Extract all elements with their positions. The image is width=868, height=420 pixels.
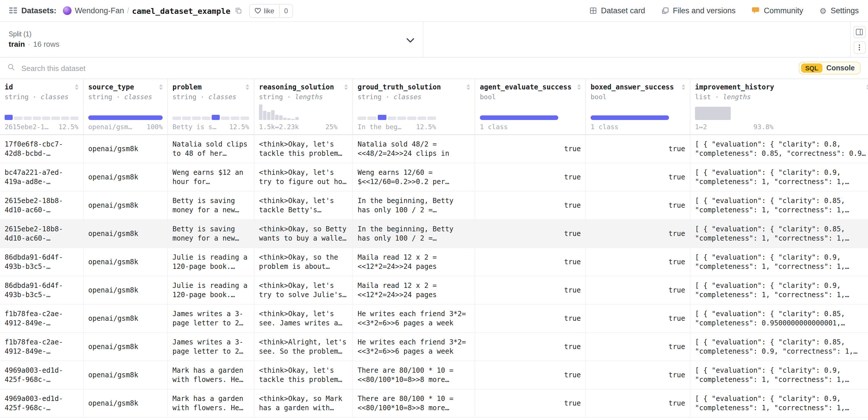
cell-problem[interactable]: Mark has a garden with flowers. He… xyxy=(168,361,254,389)
sort-icon[interactable] xyxy=(75,84,79,90)
table-row[interactable]: 4969a003-ed1d-425f-968c-…openai/gsm8kMar… xyxy=(0,389,868,418)
dataset-title[interactable]: camel_dataset_example xyxy=(132,6,230,15)
column-histogram[interactable] xyxy=(695,107,773,120)
cell-source_type[interactable]: openai/gsm8k xyxy=(84,276,168,304)
cell-id[interactable]: 17f0e6f8-cbc7-42d8-bcbd-… xyxy=(0,135,84,163)
cell-boxed_answer_success[interactable]: true xyxy=(586,135,690,163)
cell-groud_truth_solution[interactable]: Weng earns 12/60 = $<<12/60=0.2>>0.2 per… xyxy=(353,163,475,191)
cell-agent_evaluate_success[interactable]: true xyxy=(475,305,586,332)
cell-groud_truth_solution[interactable]: There are 80/100 * 10 = <<80/100*10=8>>8… xyxy=(353,361,475,389)
kebab-menu-button[interactable]: ⋮ xyxy=(853,41,865,53)
cell-agent_evaluate_success[interactable]: true xyxy=(475,276,586,304)
cell-improvement_history[interactable]: [ { "evaluation": { "clarity": 0.9, "com… xyxy=(690,248,868,276)
cell-improvement_history[interactable]: [ { "evaluation": { "clarity": 0.85, "co… xyxy=(690,305,868,332)
column-histogram[interactable] xyxy=(259,104,337,120)
cell-agent_evaluate_success[interactable]: true xyxy=(475,361,586,389)
cell-id[interactable]: 4969a003-ed1d-425f-968c-… xyxy=(0,389,84,417)
split-selector[interactable]: Split (1) train·16 rows xyxy=(0,22,423,57)
table-row[interactable]: f1b78fea-c2ae-4912-849e-…openai/gsm8kJam… xyxy=(0,333,868,361)
cell-source_type[interactable]: openai/gsm8k xyxy=(84,361,168,389)
column-histogram[interactable] xyxy=(480,115,558,120)
column-header-problem[interactable]: problemstring · classesBetty is s…12.5% xyxy=(168,79,254,134)
cell-agent_evaluate_success[interactable]: true xyxy=(475,163,586,191)
cell-improvement_history[interactable]: [ { "evaluation": { "clarity": 0.9, "com… xyxy=(690,389,868,417)
cell-groud_truth_solution[interactable]: Natalia sold 48/2 = <<48/2=24>>24 clips … xyxy=(353,135,475,163)
like-count[interactable]: 0 xyxy=(279,4,292,17)
cell-problem[interactable]: Natalia sold clips to 48 of her… xyxy=(168,135,254,163)
search-input[interactable] xyxy=(20,63,794,73)
cell-groud_truth_solution[interactable]: There are 80/100 * 10 = <<80/100*10=8>>8… xyxy=(353,389,475,417)
column-histogram[interactable] xyxy=(591,115,669,120)
table-row[interactable]: 86dbda91-6d4f-493b-b3c5-…openai/gsm8kJul… xyxy=(0,248,868,276)
cell-id[interactable]: 2615ebe2-18b8-4d10-ac60-… xyxy=(0,191,84,219)
table-row[interactable]: bc47a221-a7ed-419a-ad8e-…openai/gsm8kWen… xyxy=(0,163,868,191)
cell-source_type[interactable]: openai/gsm8k xyxy=(84,305,168,332)
cell-id[interactable]: 2615ebe2-18b8-4d10-ac60-… xyxy=(0,220,84,247)
cell-id[interactable]: f1b78fea-c2ae-4912-849e-… xyxy=(0,333,84,361)
cell-source_type[interactable]: openai/gsm8k xyxy=(84,389,168,417)
cell-reasoning_solution[interactable]: <think>Okay, so Mark has a garden with… xyxy=(254,389,353,417)
cell-problem[interactable]: James writes a 3-page letter to 2… xyxy=(168,333,254,361)
nav-item-files-and-versions[interactable]: Files and versions xyxy=(661,6,736,15)
sort-icon[interactable] xyxy=(866,84,868,90)
cell-boxed_answer_success[interactable]: true xyxy=(586,333,690,361)
column-histogram[interactable] xyxy=(173,115,249,120)
cell-id[interactable]: bc47a221-a7ed-419a-ad8e-… xyxy=(0,163,84,191)
cell-problem[interactable]: Betty is saving money for a new… xyxy=(168,220,254,247)
cell-reasoning_solution[interactable]: <think>Okay, let's tackle this problem… xyxy=(254,135,353,163)
cell-improvement_history[interactable]: [ { "evaluation": { "clarity": 0.85, "co… xyxy=(690,191,868,219)
owner-link[interactable]: Wendong-Fan xyxy=(75,6,124,15)
table-row[interactable]: 4969a003-ed1d-425f-968c-…openai/gsm8kMar… xyxy=(0,361,868,389)
cell-improvement_history[interactable]: [ { "evaluation": { "clarity": 0.9, "com… xyxy=(690,361,868,389)
cell-problem[interactable]: James writes a 3-page letter to 2… xyxy=(168,305,254,332)
cell-groud_truth_solution[interactable]: In the beginning, Betty has only 100 / 2… xyxy=(353,191,475,219)
nav-item-community[interactable]: Community xyxy=(752,6,803,15)
column-histogram[interactable] xyxy=(5,115,79,120)
cell-reasoning_solution[interactable]: <think>Okay, so the problem is about… xyxy=(254,248,353,276)
column-header-agent_evaluate_success[interactable]: agent_evaluate_successbool1 class xyxy=(475,79,586,134)
cell-boxed_answer_success[interactable]: true xyxy=(586,276,690,304)
like-button[interactable]: like 0 xyxy=(249,4,293,18)
cell-groud_truth_solution[interactable]: Maila read 12 x 2 = <<12*2=24>>24 pages … xyxy=(353,248,475,276)
cell-boxed_answer_success[interactable]: true xyxy=(586,305,690,332)
sort-icon[interactable] xyxy=(467,84,470,90)
cell-boxed_answer_success[interactable]: true xyxy=(586,220,690,247)
table-row[interactable]: 86dbda91-6d4f-493b-b3c5-…openai/gsm8kJul… xyxy=(0,276,868,305)
cell-reasoning_solution[interactable]: <think>Okay, so Betty wants to buy a wal… xyxy=(254,220,353,247)
cell-problem[interactable]: Julie is reading a 120-page book.… xyxy=(168,276,254,304)
cell-improvement_history[interactable]: [ { "evaluation": { "clarity": 0.8, "com… xyxy=(690,135,868,163)
cell-problem[interactable]: Betty is saving money for a new… xyxy=(168,191,254,219)
cell-boxed_answer_success[interactable]: true xyxy=(586,389,690,417)
sort-icon[interactable] xyxy=(577,84,581,90)
cell-groud_truth_solution[interactable]: He writes each friend 3*2= <<3*2=6>>6 pa… xyxy=(353,333,475,361)
column-header-reasoning_solution[interactable]: reasoning_solutionstring · lengths1.5k↔2… xyxy=(254,79,353,134)
column-header-improvement_history[interactable]: improvement_historylist · lengths1↔293.8… xyxy=(690,79,868,134)
cell-source_type[interactable]: openai/gsm8k xyxy=(84,248,168,276)
table-row[interactable]: 17f0e6f8-cbc7-42d8-bcbd-…openai/gsm8kNat… xyxy=(0,135,868,163)
cell-agent_evaluate_success[interactable]: true xyxy=(475,389,586,417)
cell-boxed_answer_success[interactable]: true xyxy=(586,361,690,389)
sort-icon[interactable] xyxy=(246,84,249,90)
cell-improvement_history[interactable]: [ { "evaluation": { "clarity": 0.9, "com… xyxy=(690,163,868,191)
column-header-boxed_answer_success[interactable]: boxed_answer_successbool1 class xyxy=(586,79,690,134)
cell-id[interactable]: 86dbda91-6d4f-493b-b3c5-… xyxy=(0,276,84,304)
copy-dataset-name-button[interactable] xyxy=(235,7,242,14)
table-row[interactable]: f1b78fea-c2ae-4912-849e-…openai/gsm8kJam… xyxy=(0,305,868,333)
panel-toggle-button[interactable] xyxy=(853,26,865,38)
column-histogram[interactable] xyxy=(358,115,436,120)
cell-source_type[interactable]: openai/gsm8k xyxy=(84,135,168,163)
cell-reasoning_solution[interactable]: <think>Okay, let's try to figure out ho… xyxy=(254,163,353,191)
cell-groud_truth_solution[interactable]: In the beginning, Betty has only 100 / 2… xyxy=(353,220,475,247)
column-header-source_type[interactable]: source_typestring · classesopenai/gsm…10… xyxy=(84,79,168,134)
column-histogram[interactable] xyxy=(88,115,163,120)
cell-reasoning_solution[interactable]: <think>Okay, let's tackle this problem… xyxy=(254,361,353,389)
cell-agent_evaluate_success[interactable]: true xyxy=(475,220,586,247)
cell-boxed_answer_success[interactable]: true xyxy=(586,191,690,219)
table-row[interactable]: 2615ebe2-18b8-4d10-ac60-…openai/gsm8kBet… xyxy=(0,191,868,220)
cell-id[interactable]: 86dbda91-6d4f-493b-b3c5-… xyxy=(0,248,84,276)
sort-icon[interactable] xyxy=(682,84,685,90)
sort-icon[interactable] xyxy=(159,84,163,90)
column-header-groud_truth_solution[interactable]: groud_truth_solutionstring · classesIn t… xyxy=(353,79,475,134)
sql-console-button[interactable]: SQL Console xyxy=(799,62,861,74)
nav-item-dataset-card[interactable]: Dataset card xyxy=(589,6,645,15)
